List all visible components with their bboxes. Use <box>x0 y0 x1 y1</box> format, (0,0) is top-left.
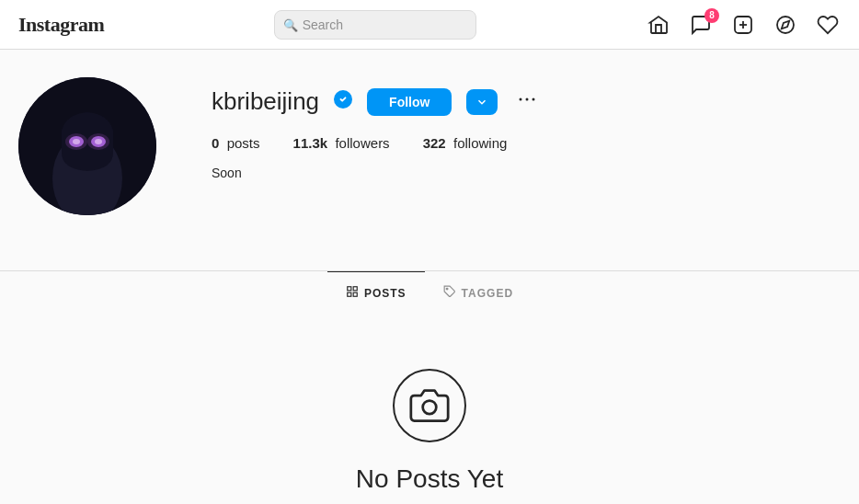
svg-rect-28 <box>353 292 357 296</box>
svg-point-22 <box>520 98 522 101</box>
add-icon <box>732 14 754 36</box>
camera-circle <box>393 369 466 442</box>
grid-icon <box>346 285 359 301</box>
svg-point-24 <box>533 98 535 101</box>
svg-point-29 <box>446 288 448 290</box>
home-icon <box>647 14 670 36</box>
username: kbribeijing <box>212 87 319 116</box>
tabs: POSTS TAGGED <box>0 271 859 314</box>
svg-point-19 <box>65 133 87 150</box>
header: Instagram 🔍 8 <box>0 0 859 50</box>
avatar <box>18 77 156 215</box>
posts-stat: 0 posts <box>212 135 260 151</box>
heart-icon <box>817 14 839 36</box>
posts-label: posts <box>227 135 260 151</box>
profile-bio: Soon <box>212 166 841 180</box>
search-input[interactable] <box>274 10 476 40</box>
logo[interactable]: Instagram <box>18 13 104 37</box>
tagged-icon <box>443 285 456 298</box>
header-nav: 8 <box>646 12 841 38</box>
following-count: 322 <box>423 135 446 151</box>
svg-rect-26 <box>353 287 357 291</box>
camera-icon <box>409 385 450 426</box>
svg-rect-27 <box>348 292 351 296</box>
no-posts-text: No Posts Yet <box>356 464 503 494</box>
messages-badge: 8 <box>704 8 719 23</box>
tab-tagged-label: TAGGED <box>462 287 513 300</box>
explore-button[interactable] <box>773 12 798 38</box>
chevron-down-icon <box>475 96 488 109</box>
svg-rect-25 <box>348 287 351 291</box>
profile-container: kbribeijing Follow <box>0 50 859 270</box>
posts-count: 0 <box>212 135 219 151</box>
avatar-image <box>18 77 156 215</box>
profile-top-row: kbribeijing Follow <box>212 86 841 117</box>
posts-grid-icon <box>346 285 359 298</box>
tab-posts-label: POSTS <box>364 287 407 300</box>
follow-button[interactable]: Follow <box>367 88 452 116</box>
profile-stats: 0 posts 11.3k followers 322 following <box>212 135 841 151</box>
follow-dropdown-button[interactable] <box>466 89 498 115</box>
verified-badge <box>334 90 352 113</box>
tag-icon <box>443 285 456 301</box>
empty-state: No Posts Yet <box>0 314 859 504</box>
profile-header: kbribeijing Follow <box>18 77 841 215</box>
messages-button[interactable]: 8 <box>688 12 714 38</box>
home-button[interactable] <box>646 12 671 38</box>
verified-icon <box>334 90 352 109</box>
tab-posts[interactable]: POSTS <box>327 271 425 314</box>
followers-stat[interactable]: 11.3k followers <box>293 135 390 151</box>
followers-label: followers <box>335 135 389 151</box>
profile-info: kbribeijing Follow <box>212 77 841 180</box>
following-stat[interactable]: 322 following <box>423 135 508 151</box>
svg-marker-4 <box>782 20 789 28</box>
explore-icon <box>774 14 796 36</box>
svg-point-30 <box>423 401 437 415</box>
tab-tagged[interactable]: TAGGED <box>425 271 532 314</box>
dots-icon <box>516 88 538 110</box>
svg-point-23 <box>526 98 529 101</box>
svg-point-20 <box>87 133 109 150</box>
followers-count: 11.3k <box>293 135 328 151</box>
following-label: following <box>453 135 507 151</box>
svg-point-3 <box>777 17 794 33</box>
search-wrap: 🔍 <box>274 10 476 40</box>
more-options-button[interactable] <box>512 86 542 117</box>
search-icon: 🔍 <box>283 17 298 31</box>
add-button[interactable] <box>730 12 756 38</box>
likes-button[interactable] <box>815 12 841 38</box>
